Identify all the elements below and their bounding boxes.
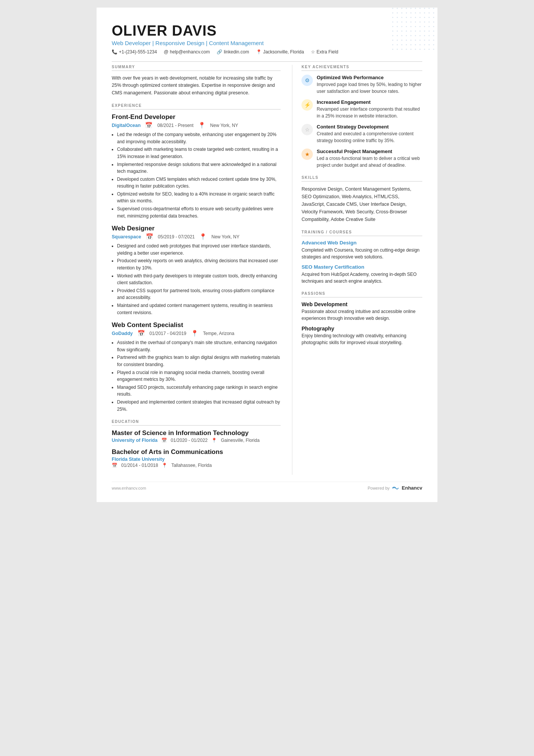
bullet-1-5: Optimized website for SEO, leading to a …: [117, 191, 281, 205]
powered-by-text: Powered by: [368, 486, 390, 490]
achievements-section: KEY ACHIEVEMENTS ⚙ Optimized Web Perform…: [301, 65, 422, 169]
ach-desc-1: Improved page load times by 50%, leading…: [317, 81, 422, 95]
ach-desc-2: Revamped user interface components that …: [317, 106, 422, 119]
job-block-1: Front-End Developer DigitalOcean 📅 08/20…: [112, 113, 281, 219]
date-icon-2: 📅: [146, 233, 153, 240]
job-bullets-2: Designed and coded web prototypes that i…: [112, 243, 281, 316]
edu-degree-2: Bachelor of Arts in Communications: [112, 448, 281, 456]
training-label: TRAINING / COURSES: [301, 230, 422, 236]
edu-meta-2b: 📅 01/2014 - 01/2018 📍 Tallahassee, Flori…: [112, 463, 281, 468]
edu-school-2: Florida State University: [112, 457, 165, 462]
education-section: EDUCATION Master of Science in Informati…: [112, 419, 281, 468]
passion-desc-2: Enjoy blending technology with creativit…: [301, 332, 422, 346]
bullet-1-3: Implemented responsive design solutions …: [117, 161, 281, 175]
extra-icon: ☆: [311, 49, 315, 55]
edu-location-1: Gainesville, Florida: [221, 438, 259, 443]
ach-icon-3: ☆: [301, 124, 313, 135]
passion-2: Photography Enjoy blending technology wi…: [301, 326, 422, 346]
ach-icon-4: ★: [301, 149, 313, 160]
ach-content-1: Optimized Web Performance Improved page …: [317, 75, 422, 95]
two-column-layout: SUMMARY With over five years in web deve…: [112, 65, 422, 475]
job-title-1: Front-End Developer: [112, 113, 281, 121]
ach-title-1: Optimized Web Performance: [317, 75, 422, 80]
job-dates-2: 05/2019 - 07/2021: [158, 234, 195, 239]
loc-icon-3: 📍: [191, 330, 198, 337]
passion-title-1: Web Development: [301, 301, 422, 307]
date-icon-1: 📅: [145, 122, 153, 129]
experience-section: EXPERIENCE Front-End Developer DigitalOc…: [112, 103, 281, 413]
job-location-3: Tempe, Arizona: [203, 331, 234, 336]
edu-meta-2: Florida State University: [112, 457, 281, 462]
job-meta-2: Squarespace 📅 05/2019 - 07/2021 📍 New Yo…: [112, 233, 281, 240]
footer-brand: Powered by Enhancv: [368, 485, 422, 491]
achievement-4: ★ Successful Project Management Led a cr…: [301, 149, 422, 169]
skills-text: Responsive Design, Content Management Sy…: [301, 185, 422, 223]
job-bullets-3: Assisted in the overhaul of company's ma…: [112, 339, 281, 413]
course-desc-2: Acquired from HubSpot Academy, covering …: [301, 271, 422, 285]
bullet-3-1: Assisted in the overhaul of company's ma…: [117, 339, 281, 353]
header: OLIVER DAVIS Web Developer | Responsive …: [112, 23, 422, 55]
bullet-2-5: Maintained and updated content managemen…: [117, 302, 281, 316]
course-2: SEO Mastery Certification Acquired from …: [301, 264, 422, 285]
bullet-2-4: Provided CSS support for partnered tools…: [117, 287, 281, 301]
loc-icon-2: 📍: [199, 233, 207, 240]
company-1: DigitalOcean: [112, 123, 141, 128]
right-column: KEY ACHIEVEMENTS ⚙ Optimized Web Perform…: [292, 65, 422, 475]
candidate-title: Web Developer | Responsive Design | Cont…: [112, 40, 422, 46]
achievement-3: ☆ Content Strategy Development Created a…: [301, 124, 422, 144]
edu-dates-2: 01/2014 - 01/2018: [121, 463, 158, 468]
bullet-3-5: Developed and implemented content strate…: [117, 399, 281, 413]
summary-section: SUMMARY With over five years in web deve…: [112, 65, 281, 97]
course-1: Advanced Web Design Completed with Cours…: [301, 240, 422, 260]
job-title-3: Web Content Specialist: [112, 321, 281, 329]
bullet-2-1: Designed and coded web prototypes that i…: [117, 243, 281, 257]
bullet-1-2: Collaborated with marketing teams to cre…: [117, 146, 281, 160]
bullet-3-4: Managed SEO projects, successfully enhan…: [117, 384, 281, 398]
job-location-1: New York, NY: [210, 123, 238, 128]
location-icon: 📍: [256, 49, 262, 55]
achievement-1: ⚙ Optimized Web Performance Improved pag…: [301, 75, 422, 95]
passion-1: Web Development Passionate about creatin…: [301, 301, 422, 322]
enhancv-logo-icon: [392, 485, 400, 491]
company-3: GoDaddy: [112, 331, 133, 336]
passions-label: PASSIONS: [301, 291, 422, 297]
edu-school-1: University of Florida: [112, 438, 158, 443]
skills-label: SKILLS: [301, 175, 422, 182]
job-location-2: New York, NY: [211, 234, 239, 239]
ach-content-4: Successful Project Management Led a cros…: [317, 149, 422, 169]
achievement-2: ⚡ Increased Engagement Revamped user int…: [301, 99, 422, 119]
footer-website: www.enhancv.com: [112, 486, 146, 490]
resume-page: OLIVER DAVIS Web Developer | Responsive …: [97, 8, 437, 502]
brand-name: Enhancv: [402, 485, 422, 491]
edu-block-1: Master of Science in Information Technol…: [112, 429, 281, 443]
linkedin-icon: 🔗: [217, 49, 222, 55]
ach-title-2: Increased Engagement: [317, 99, 422, 105]
edu-loc-icon-2: 📍: [162, 463, 167, 468]
edu-degree-1: Master of Science in Information Technol…: [112, 429, 281, 437]
edu-date-icon-1: 📅: [161, 438, 167, 443]
job-block-2: Web Designer Squarespace 📅 05/2019 - 07/…: [112, 225, 281, 316]
ach-title-4: Successful Project Management: [317, 149, 422, 154]
date-icon-3: 📅: [137, 330, 145, 337]
job-title-2: Web Designer: [112, 225, 281, 232]
summary-label: SUMMARY: [112, 65, 281, 71]
training-section: TRAINING / COURSES Advanced Web Design C…: [301, 230, 422, 285]
ach-content-3: Content Strategy Development Created and…: [317, 124, 422, 144]
edu-loc-icon-1: 📍: [211, 438, 217, 443]
phone-icon: 📞: [112, 49, 117, 55]
contact-linkedin: 🔗 linkedin.com: [217, 49, 249, 55]
passion-desc-1: Passionate about creating intuitive and …: [301, 308, 422, 322]
page-footer: www.enhancv.com Powered by Enhancv: [112, 482, 422, 491]
summary-text: With over five years in web development,…: [112, 75, 281, 97]
job-dates-1: 08/2021 - Present: [157, 123, 193, 128]
job-bullets-1: Led the redesign of the company website,…: [112, 131, 281, 219]
bullet-2-2: Produced weekly reports on web analytics…: [117, 257, 281, 271]
job-meta-1: DigitalOcean 📅 08/2021 - Present 📍 New Y…: [112, 122, 281, 129]
edu-dates-1: 01/2020 - 01/2022: [171, 438, 208, 443]
ach-icon-1: ⚙: [301, 75, 313, 86]
bullet-3-3: Played a crucial role in managing social…: [117, 369, 281, 383]
contact-phone: 📞 +1-(234)-555-1234: [112, 49, 157, 55]
bullet-1-4: Developed custom CMS templates which red…: [117, 176, 281, 190]
ach-title-3: Content Strategy Development: [317, 124, 422, 130]
experience-label: EXPERIENCE: [112, 103, 281, 110]
